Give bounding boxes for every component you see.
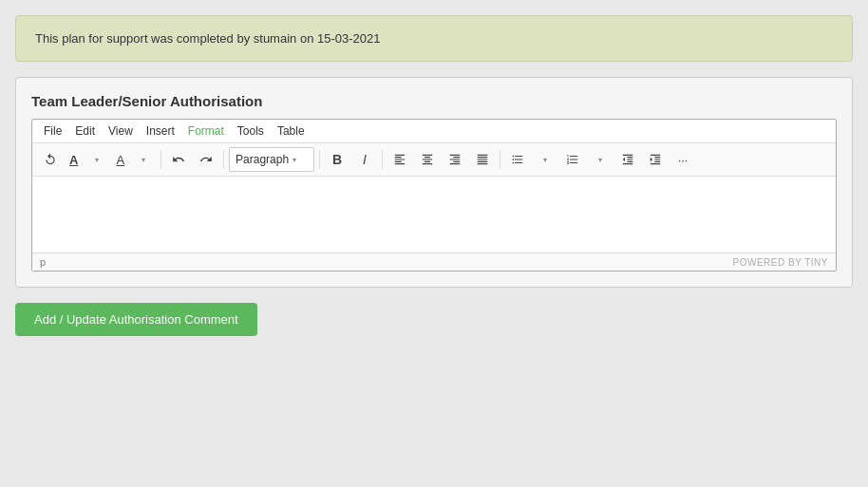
- align-right-btn[interactable]: [443, 147, 467, 172]
- separator-3: [319, 150, 320, 169]
- separator-5: [500, 150, 500, 169]
- editor-content-area[interactable]: [32, 177, 836, 253]
- bold-btn[interactable]: B: [325, 147, 349, 172]
- info-banner: This plan for support was completed by s…: [15, 15, 853, 62]
- menu-view[interactable]: View: [103, 122, 139, 140]
- more-options-btn[interactable]: ···: [670, 147, 695, 172]
- tinymce-toolbar: A ▾ A ▾ Paragraph: [32, 143, 836, 177]
- increase-indent-btn[interactable]: [643, 147, 668, 172]
- editor-card: Team Leader/Senior Authorisation File Ed…: [15, 77, 853, 288]
- numbered-list-dropdown[interactable]: ▾: [588, 147, 613, 172]
- font-color-btn[interactable]: A: [66, 147, 82, 172]
- paragraph-dropdown[interactable]: Paragraph ▾: [229, 147, 314, 172]
- highlight-btn[interactable]: A: [112, 147, 128, 172]
- tinymce-menubar: File Edit View Insert Format Tools Table: [32, 120, 836, 143]
- separator-2: [223, 150, 224, 169]
- separator-4: [382, 150, 383, 169]
- tinymce-statusbar: p POWERED BY TINY: [32, 253, 836, 271]
- justify-btn[interactable]: [470, 147, 495, 172]
- menu-edit[interactable]: Edit: [69, 122, 101, 140]
- menu-insert[interactable]: Insert: [141, 122, 180, 140]
- status-tag: p: [40, 256, 46, 268]
- decrease-indent-btn[interactable]: [615, 147, 640, 172]
- history-btn[interactable]: [38, 147, 63, 172]
- paragraph-label: Paragraph: [236, 153, 289, 166]
- italic-btn[interactable]: I: [352, 147, 377, 172]
- menu-format[interactable]: Format: [182, 122, 230, 140]
- highlight-dropdown[interactable]: ▾: [131, 147, 156, 172]
- align-left-btn[interactable]: [387, 147, 412, 172]
- add-update-button[interactable]: Add / Update Authorisation Comment: [15, 303, 257, 336]
- editor-card-title: Team Leader/Senior Authorisation: [31, 93, 837, 109]
- bullet-list-btn[interactable]: [505, 147, 530, 172]
- numbered-list-btn[interactable]: [560, 147, 585, 172]
- undo-btn[interactable]: [166, 147, 191, 172]
- bullet-list-dropdown[interactable]: ▾: [533, 147, 557, 172]
- align-center-btn[interactable]: [415, 147, 440, 172]
- font-color-dropdown[interactable]: ▾: [85, 147, 109, 172]
- info-banner-text: This plan for support was completed by s…: [35, 31, 380, 46]
- menu-tools[interactable]: Tools: [232, 122, 270, 140]
- powered-by: POWERED BY TINY: [733, 257, 828, 268]
- tinymce-editor: File Edit View Insert Format Tools Table…: [31, 119, 837, 272]
- menu-file[interactable]: File: [38, 122, 67, 140]
- redo-btn[interactable]: [194, 147, 218, 172]
- more-label: ···: [678, 153, 689, 167]
- menu-table[interactable]: Table: [272, 122, 311, 140]
- separator-1: [160, 150, 161, 169]
